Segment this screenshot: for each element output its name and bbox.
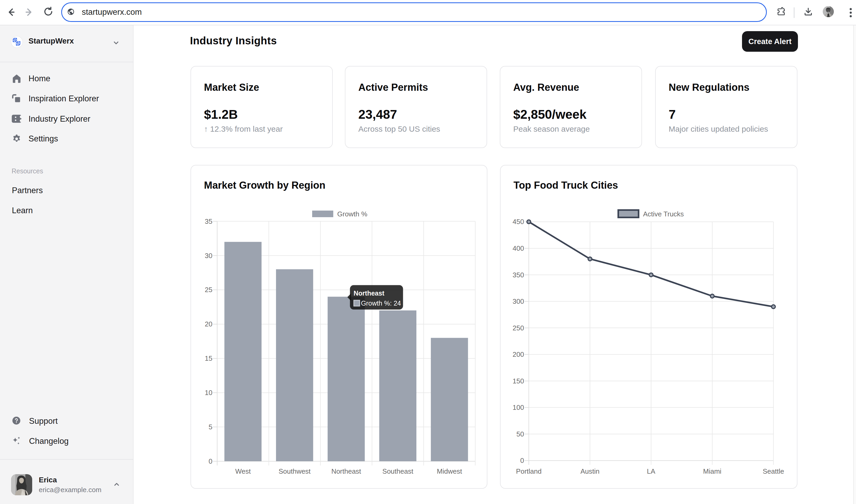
svg-text:Miami: Miami (703, 467, 721, 475)
svg-text:30: 30 (205, 252, 212, 260)
svg-text:100: 100 (513, 403, 524, 411)
svg-text:5: 5 (209, 423, 212, 431)
svg-text:Midwest: Midwest (437, 467, 462, 475)
svg-text:Portland: Portland (516, 467, 542, 475)
svg-text:15: 15 (205, 354, 212, 362)
svg-text:Growth %: 24: Growth %: 24 (361, 300, 401, 307)
svg-text:0: 0 (520, 456, 524, 464)
svg-text:Active Trucks: Active Trucks (643, 210, 684, 218)
svg-text:LA: LA (647, 467, 655, 475)
svg-text:50: 50 (516, 430, 524, 438)
svg-text:West: West (235, 467, 251, 475)
svg-text:400: 400 (513, 244, 524, 252)
svg-text:Northeast: Northeast (354, 289, 385, 297)
svg-text:Growth %: Growth % (337, 210, 367, 218)
svg-text:25: 25 (205, 286, 212, 294)
svg-text:250: 250 (513, 324, 524, 332)
svg-text:Southwest: Southwest (279, 467, 311, 475)
svg-text:450: 450 (513, 218, 524, 226)
svg-text:350: 350 (513, 271, 524, 279)
svg-text:200: 200 (513, 350, 524, 358)
svg-text:0: 0 (209, 457, 212, 465)
svg-text:35: 35 (205, 217, 212, 226)
svg-text:Seattle: Seattle (763, 467, 784, 475)
svg-text:20: 20 (205, 320, 212, 328)
svg-text:150: 150 (513, 377, 524, 385)
svg-text:300: 300 (513, 298, 524, 305)
svg-text:Northeast: Northeast (332, 467, 361, 475)
svg-text:Southeast: Southeast (382, 467, 413, 475)
svg-text:10: 10 (205, 389, 212, 397)
svg-text:Austin: Austin (581, 467, 600, 475)
